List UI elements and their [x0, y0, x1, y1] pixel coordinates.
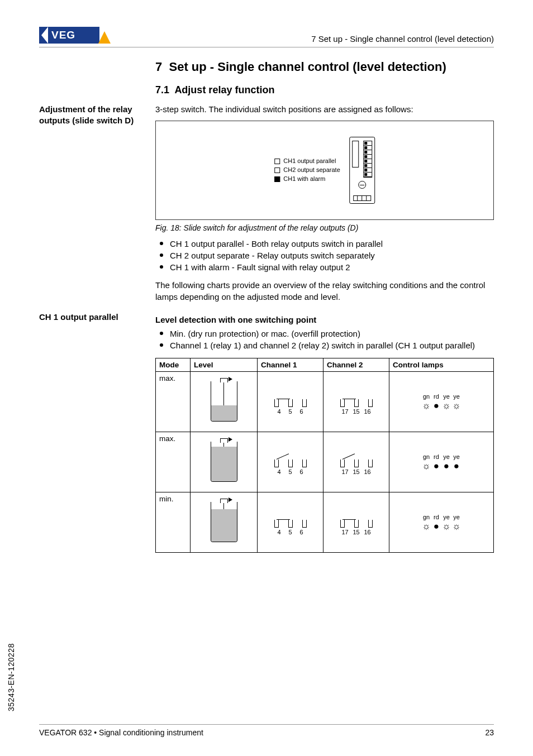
bullets-relay-modes: CH 1 output parallel - Both relay output… [155, 238, 494, 273]
footer-page: 23 [485, 728, 494, 737]
cell-level [191, 432, 258, 492]
th-ch1: Channel 1 [258, 358, 323, 371]
th-mode: Mode [156, 358, 191, 371]
figure-caption: Fig. 18: Slide switch for adjustment of … [155, 223, 494, 232]
cell-ch1: 456 [258, 432, 323, 492]
intro-text: 3-step switch. The individual switch pos… [155, 104, 494, 115]
th-lamps: Control lamps [389, 358, 494, 371]
cell-mode: max. [156, 371, 191, 432]
cell-lamps: gnrdyeye☼●●● [389, 432, 494, 492]
mode-table: Mode Level Channel 1 Channel 2 Control l… [155, 358, 494, 553]
chapter-heading: 7 Set up - Single channel control (level… [39, 60, 494, 74]
cell-mode: max. [156, 432, 191, 492]
switch-legend: CH1 output parallel CH2 output separate … [274, 157, 340, 184]
cell-ch2: 171516 [323, 371, 389, 432]
th-ch2: Channel 2 [323, 358, 389, 371]
cell-level [191, 371, 258, 432]
side-label-ch1-parallel: CH 1 output parallel [39, 312, 149, 323]
document-code: 35243-EN-120228 [7, 643, 16, 711]
brand-logo: VEG [39, 27, 111, 44]
section-heading: 7.1 Adjust relay function [155, 84, 494, 96]
device-icon [349, 137, 375, 204]
footer-left: VEGATOR 632 • Signal conditioning instru… [39, 728, 203, 737]
cell-lamps: gnrdyeye☼●☼☼ [389, 371, 494, 432]
cell-mode: min. [156, 492, 191, 552]
cell-ch1: 456 [258, 371, 323, 432]
th-level: Level [191, 358, 258, 371]
header-section-label: 7 Set up - Single channel control (level… [311, 34, 494, 44]
side-label-adjustment: Adjustment of the relay outputs (slide s… [39, 104, 149, 127]
bullets-level-detection: Min. (dry run protection) or mac. (overf… [155, 328, 494, 351]
overview-paragraph: The following charts provide an overview… [155, 280, 494, 303]
cell-level [191, 492, 258, 552]
cell-ch2: 171516 [323, 432, 389, 492]
subheading-level-detection: Level detection with one switching point [155, 315, 494, 324]
cell-ch2: 171516 [323, 492, 389, 552]
cell-ch1: 456 [258, 492, 323, 552]
figure-slide-switch: CH1 output parallel CH2 output separate … [155, 121, 494, 220]
cell-lamps: gnrdyeye☼●☼☼ [389, 492, 494, 552]
